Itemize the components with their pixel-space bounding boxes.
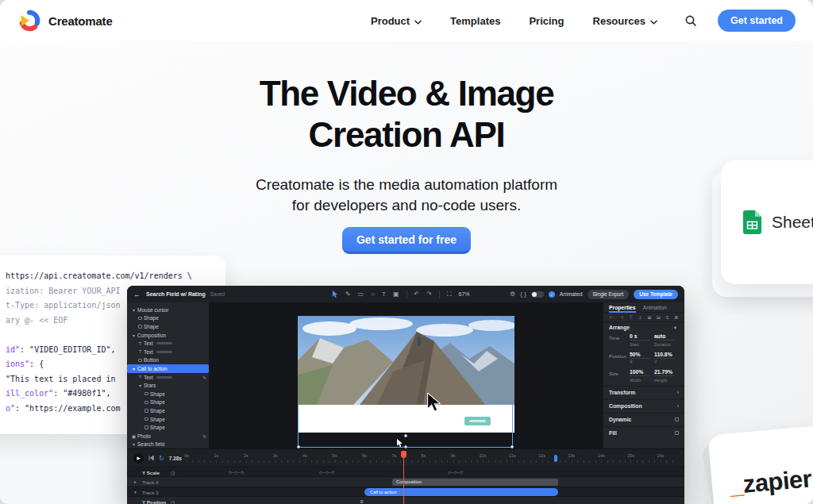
value-field[interactable]: autoDuration [654, 333, 675, 347]
ruler-tick: 11s [509, 453, 515, 458]
layer-text[interactable]: TText [127, 339, 209, 348]
keyframe-group[interactable]: ◇–◇–◇ [229, 470, 245, 475]
ellipse-tool-icon[interactable]: ○ [371, 291, 375, 298]
align-center-h-icon[interactable]: ⊣ [619, 314, 623, 320]
selection-outline[interactable] [298, 405, 513, 448]
field-value[interactable]: 50% [630, 352, 650, 359]
field-value[interactable]: 21.79% [654, 369, 675, 376]
composition-end-marker[interactable] [554, 455, 557, 462]
keyframe-group[interactable]: ◇–◇–◇ [319, 470, 335, 475]
tab-animation[interactable]: Animation [643, 302, 667, 313]
get-started-button[interactable]: Get started [718, 10, 796, 32]
search-button[interactable] [684, 14, 697, 27]
chevron-down-icon: ▾ [130, 441, 137, 447]
value-field[interactable]: 110.8%Y [654, 352, 675, 365]
timeline-row-y-scale[interactable]: Y Scale◷◇–◇–◇◇–◇–◇◇–◇–◇ [127, 467, 684, 476]
align-left-icon[interactable]: ⊢ [610, 314, 614, 320]
stopwatch-icon[interactable]: ◷ [171, 499, 175, 504]
chevron-down-icon[interactable]: ▾ [134, 490, 137, 494]
editor-canvas[interactable] [209, 302, 603, 448]
layer-text[interactable]: TText [127, 348, 209, 356]
text-tool-icon[interactable]: T [382, 291, 386, 298]
ruler-tick: 4s [302, 453, 307, 458]
layer-photo[interactable]: ▣Photo✎ [127, 432, 209, 441]
section-fill[interactable]: Fill [603, 426, 684, 440]
rectangle-tool-icon[interactable]: ▭ [358, 291, 364, 298]
ruler-tick: 2s [244, 453, 249, 458]
pen-tool-icon[interactable]: ✎ [345, 291, 351, 298]
nav-item-pricing[interactable]: Pricing [529, 15, 564, 27]
zoom-level[interactable]: 67% [459, 291, 470, 297]
layer-shape[interactable]: Shape [127, 423, 209, 432]
nav-item-templates[interactable]: Templates [450, 15, 500, 27]
layer-search-field[interactable]: ▾Search field [127, 441, 209, 449]
brand[interactable]: Creatomate [17, 9, 113, 33]
fit-view-icon[interactable]: ⛶ [447, 291, 452, 298]
layer-composition[interactable]: ▾Composition [127, 331, 209, 340]
align-top-icon[interactable]: ⊤ [629, 314, 633, 320]
value-field[interactable]: 100%Width [630, 369, 650, 383]
call-to-action-clip-bar[interactable]: Call to action [364, 488, 558, 496]
value-field[interactable]: 21.79%Height [654, 369, 675, 383]
arrange-section-header[interactable]: Arrange ▾ [603, 322, 684, 332]
layer-subtitle-placeholder [156, 351, 172, 353]
layer-label: Shape [150, 408, 165, 414]
edit-icon[interactable]: ✎ [202, 433, 206, 439]
use-template-button[interactable]: Use Template [634, 290, 678, 299]
row-label: Track 3 [142, 490, 158, 495]
layer-shape[interactable]: Shape [127, 390, 209, 398]
spacing-icon[interactable]: ≡ [666, 315, 669, 320]
image-tool-icon[interactable]: ▣ [393, 291, 399, 298]
field-value[interactable]: 100% [630, 369, 650, 376]
timeline-row-track-3[interactable]: ▾Track 3Call to action [127, 487, 684, 496]
field-value[interactable]: 0 s [630, 333, 650, 340]
back-icon[interactable]: ← [133, 290, 141, 298]
layer-label: Shape [144, 324, 159, 329]
mountain-photo[interactable] [298, 316, 514, 405]
animated-toggle[interactable] [531, 291, 544, 298]
layer-shape[interactable]: Shape [127, 415, 209, 424]
tab-properties[interactable]: Properties [609, 302, 636, 313]
single-export-button[interactable]: Single Export [588, 290, 630, 299]
chevron-right-icon[interactable]: ▸ [134, 479, 137, 484]
text-icon: T [137, 341, 144, 346]
timeline-row-y-position[interactable]: Y Position◷0 [127, 496, 684, 504]
layer-shape[interactable]: Shape [127, 322, 209, 331]
nav-item-resources[interactable]: Resources [593, 15, 657, 27]
section-dynamic[interactable]: Dynamic [603, 413, 684, 426]
field-value[interactable]: 110.8% [654, 352, 675, 359]
field-value[interactable]: auto [654, 333, 675, 340]
layer-shape[interactable]: Shape [127, 398, 209, 407]
select-tool-icon[interactable] [332, 290, 338, 298]
more-align-icon[interactable]: ≣ [674, 314, 678, 320]
layer-stars[interactable]: ▾Stars [127, 381, 209, 390]
code-braces-icon[interactable]: { } [520, 291, 526, 298]
layer-call-to-action[interactable]: ▾Call to action [127, 364, 209, 373]
layer-mouse-cursor[interactable]: ▾Mouse cursor [127, 306, 209, 314]
checkbox[interactable] [675, 417, 679, 421]
value-field[interactable]: 50%X [630, 352, 650, 365]
distribute-h-icon[interactable]: ⊞ [647, 314, 651, 320]
section-transform[interactable]: Transform› [603, 386, 684, 399]
composition-clip-bar[interactable]: Composition [392, 479, 558, 486]
timeline-row-track-4[interactable]: ▸Track 4Composition [127, 476, 684, 486]
nav-item-product[interactable]: Product [371, 15, 422, 27]
distribute-v-icon[interactable]: ⊟ [657, 314, 661, 320]
edit-icon[interactable]: ✎ [202, 375, 206, 380]
section-composition[interactable]: Composition› [603, 399, 684, 413]
code-token: ill_color" [6, 389, 53, 398]
value-field[interactable]: 0 sStart [630, 333, 650, 347]
undo-icon[interactable]: ↶ [414, 291, 420, 298]
align-bottom-icon[interactable]: ⊥ [638, 314, 642, 320]
stopwatch-icon[interactable]: ◷ [171, 470, 175, 475]
gear-icon[interactable]: ⚙ [510, 291, 515, 298]
keyframe-group[interactable]: ◇–◇–◇ [448, 470, 464, 475]
selection-handle[interactable] [404, 434, 407, 437]
layer-button[interactable]: Button [127, 356, 209, 365]
get-started-free-button[interactable]: Get started for free [342, 227, 471, 254]
redo-icon[interactable]: ↷ [426, 291, 432, 298]
layer-text[interactable]: TText✎ [127, 373, 209, 382]
checkbox[interactable] [675, 431, 679, 435]
layer-shape[interactable]: Shape [127, 314, 209, 323]
layer-shape[interactable]: Shape [127, 406, 209, 415]
